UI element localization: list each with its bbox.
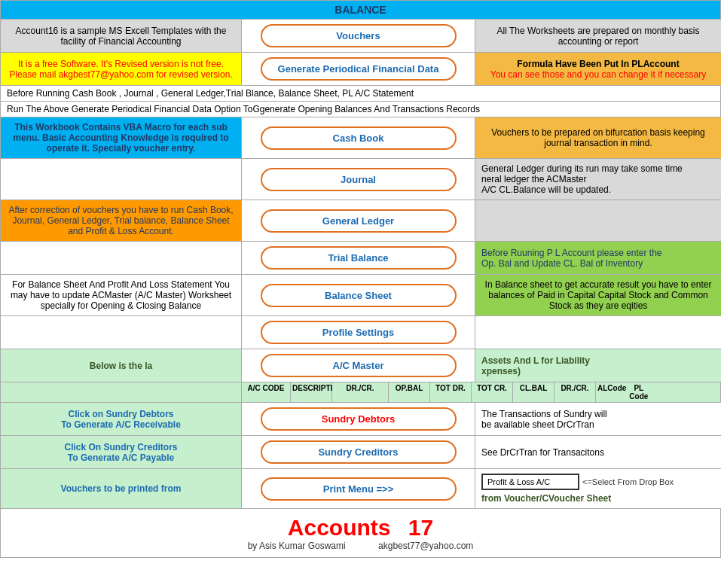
row2-right-line1: Formula Have Been Put In PLAccount [490, 59, 706, 69]
row7-right-text: In Balance sheet to get accurate result … [481, 279, 715, 311]
row8-left [1, 316, 242, 349]
row4-right: General Ledger during its run may take s… [475, 159, 721, 200]
row5-right [475, 200, 721, 242]
row1-left: Account16 is a sample MS Excell Template… [1, 20, 242, 53]
row9-center: A/C Master [242, 349, 475, 382]
sundry-debtors-line1: Click on Sundry Debtors [61, 409, 181, 419]
print-right-note: from Voucher/CVoucher Sheet [481, 493, 674, 504]
generate-periodical-button[interactable]: Generate Periodical Financial Data [261, 57, 457, 81]
row-6: Trial Balance Before Ruuning P L Account… [0, 242, 721, 275]
sundry-creditors-left: Click On Sundry Creditors To Generate A/… [1, 436, 242, 469]
row-print: Vouchers to be printed from Print Menu =… [0, 469, 721, 509]
row-sundry-creditors: Click On Sundry Creditors To Generate A/… [0, 436, 721, 469]
cashbook-button[interactable]: Cash Book [261, 126, 457, 150]
row6-left [1, 242, 242, 275]
row2-left: It is a free Software. It's Revised vers… [1, 53, 242, 86]
footer-email: akgbest77@yahoo.com [378, 541, 473, 551]
row-3: This Workbook Contains VBA Macro for eac… [0, 117, 721, 159]
row2-left-text: It is a free Software. It's Revised vers… [7, 59, 235, 80]
row1-center: Vouchers [242, 20, 475, 53]
row3-center: Cash Book [242, 117, 475, 159]
row-5: After correction of vouchers you have to… [0, 200, 721, 242]
dropdown-label: Profit & Loss A/C [487, 477, 550, 486]
row9-right-line2: xpenses) [481, 366, 590, 376]
sundry-creditors-center: Sundry Creditors [242, 436, 475, 469]
table-header-row: A/C CODE DESCRIPTI DR./CR. OP.BAL TOT DR… [0, 382, 721, 403]
sundry-creditors-line1: Click On Sundry Creditors [64, 442, 177, 452]
balance-sheet-button[interactable]: Balance Sheet [261, 284, 457, 307]
row5-left: After correction of vouchers you have to… [1, 200, 242, 242]
trial-balance-button[interactable]: Trial Balance [261, 246, 457, 270]
row3-right-text: Vouchers to be prepared on bifurcation b… [481, 127, 715, 148]
footer-byline: by Asis Kumar Goswami akgbest77@yahoo.co… [7, 541, 714, 551]
dropdown-container: Profit & Loss A/C <=Select From Drop Box [481, 474, 674, 490]
th-empty [1, 382, 242, 402]
row7-center: Balance Sheet [242, 275, 475, 316]
th-op-bal: OP.BAL [389, 382, 430, 402]
th-tot-cr: TOT CR. [472, 382, 513, 402]
footer-number: 17 [408, 515, 433, 540]
th-descripti: DESCRIPTI [291, 382, 332, 402]
balance-header: BALANCE [0, 0, 721, 20]
th-codes: ALCodePL Code [596, 382, 641, 402]
acmaster-button[interactable]: A/C Master [261, 354, 457, 377]
info-text1: Before Running Cash Book , Journal , Gen… [7, 88, 414, 99]
sundry-creditors-button[interactable]: Sundry Creditors [261, 440, 457, 464]
row9-right-line1: Assets And L for Liability [481, 355, 590, 366]
vouchers-button[interactable]: Vouchers [261, 24, 457, 47]
general-ledger-button[interactable]: General Ledger [261, 209, 457, 233]
journal-button[interactable]: Journal [261, 168, 457, 191]
row6-right-line2: Op. Bal and Update CL. Bal of Inventory [481, 258, 662, 269]
row1-right-text: All The Worksheets are prepared on month… [481, 26, 715, 47]
main-container: BALANCE Account16 is a sample MS Excell … [0, 0, 721, 558]
sundry-creditors-right1: See DrCrTran for Transacitons [481, 447, 604, 458]
info-row-2: Run The Above Generate Periodical Financ… [0, 102, 721, 117]
row5-left-text: After correction of vouchers you have to… [7, 205, 235, 236]
row6-right-line1: Before Ruuning P L Account please enter … [481, 248, 662, 258]
footer: Accounts 17 by Asis Kumar Goswami akgbes… [0, 509, 721, 558]
row7-left-text: For Balance Sheet And Profit And Loss St… [7, 279, 235, 311]
dropdown-note: <=Select From Drop Box [582, 477, 674, 486]
print-menu-button[interactable]: Print Menu =>> [261, 477, 457, 501]
row-9: Below is the la A/C Master Assets And L … [0, 349, 721, 382]
row4-right-line3: A/C CL.Balance will be updated. [481, 184, 683, 195]
row4-right-line1: General Ledger during its run may take s… [481, 163, 683, 174]
row6-center: Trial Balance [242, 242, 475, 275]
row3-left-text: This Workbook Contains VBA Macro for eac… [7, 122, 235, 154]
balance-title: BALANCE [335, 4, 386, 16]
info-text2: Run The Above Generate Periodical Financ… [7, 104, 480, 114]
row5-center: General Ledger [242, 200, 475, 242]
row3-left: This Workbook Contains VBA Macro for eac… [1, 117, 242, 159]
row4-center: Journal [242, 159, 475, 200]
row-8: Profile Settings [0, 316, 721, 349]
row1-left-text: Account16 is a sample MS Excell Template… [7, 26, 235, 47]
sundry-creditors-line2: To Generate A/C Payable [64, 452, 177, 463]
sundry-debtors-line2: To Generate A/C Receivable [61, 419, 181, 430]
sundry-debtors-right: The Transactions of Sundry will be avail… [475, 403, 721, 436]
th-ac-code: A/C CODE [242, 382, 291, 402]
sundry-debtors-left: Click on Sundry Debtors To Generate A/C … [1, 403, 242, 436]
row4-left [1, 159, 242, 200]
row4-right-line2: neral ledger the ACMaster [481, 174, 683, 184]
th-dr-cr2: DR./CR. [554, 382, 596, 402]
row9-left-text: Below is the la [90, 361, 152, 371]
profile-settings-button[interactable]: Profile Settings [261, 321, 457, 344]
sundry-debtors-button[interactable]: Sundry Debtors [261, 407, 457, 431]
row3-right: Vouchers to be prepared on bifurcation b… [475, 117, 721, 159]
row-sundry-debtors: Click on Sundry Debtors To Generate A/C … [0, 403, 721, 436]
row-4: Journal General Ledger during its run ma… [0, 159, 721, 200]
row2-right-line2: You can see those and you can change it … [490, 69, 706, 80]
row-2: It is a free Software. It's Revised vers… [0, 53, 721, 86]
footer-by-text: by Asis Kumar Goswami [248, 541, 346, 551]
info-row-1: Before Running Cash Book , Journal , Gen… [0, 86, 721, 102]
row-1: Account16 is a sample MS Excell Template… [0, 20, 721, 53]
th-cl-bal: CL.BAL [513, 382, 554, 402]
row7-left: For Balance Sheet And Profit And Loss St… [1, 275, 242, 316]
sundry-debtors-center: Sundry Debtors [242, 403, 475, 436]
th-tot-dr: TOT DR. [430, 382, 472, 402]
print-left: Vouchers to be printed from [1, 469, 242, 509]
row8-right [475, 316, 721, 349]
row2-center: Generate Periodical Financial Data [242, 53, 475, 86]
profit-loss-dropdown[interactable]: Profit & Loss A/C [481, 474, 579, 490]
sundry-debtors-right2: be available sheet DrCrTran [481, 419, 607, 430]
